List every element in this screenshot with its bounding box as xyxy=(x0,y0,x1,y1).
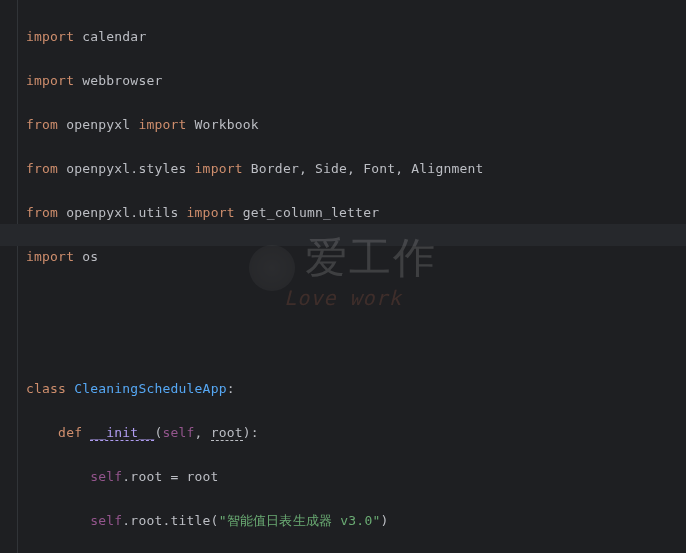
code-line[interactable]: self.root = root xyxy=(26,466,536,488)
code-line[interactable]: def __init__(self, root): xyxy=(26,422,536,444)
code-line[interactable]: class CleaningScheduleApp: xyxy=(26,378,536,400)
gutter xyxy=(0,0,18,553)
code-line[interactable]: from openpyxl.utils import get_column_le… xyxy=(26,202,536,224)
code-line[interactable]: import webbrowser xyxy=(26,70,536,92)
code-line[interactable]: import os xyxy=(26,246,536,268)
code-area[interactable]: import calendar import webbrowser from o… xyxy=(26,4,536,553)
code-line[interactable] xyxy=(26,334,536,356)
code-line[interactable]: from openpyxl import Workbook xyxy=(26,114,536,136)
code-line[interactable]: from openpyxl.styles import Border, Side… xyxy=(26,158,536,180)
code-line[interactable]: import calendar xyxy=(26,26,536,48)
code-line[interactable] xyxy=(26,290,536,312)
code-line[interactable]: self.root.title("智能值日表生成器 v3.0") xyxy=(26,510,536,532)
